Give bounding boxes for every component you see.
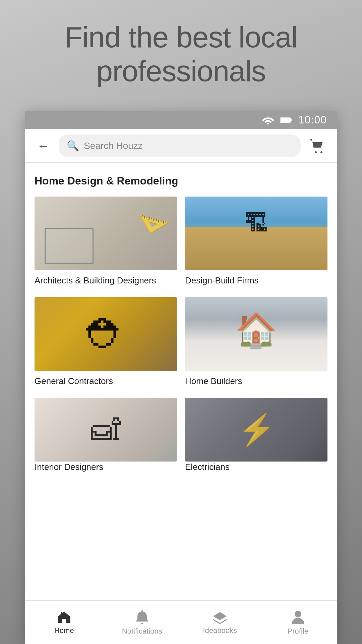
svg-point-5 (320, 151, 322, 153)
status-bar: 10:00 (25, 111, 337, 129)
category-label-builders: Home Builders (185, 376, 327, 387)
svg-rect-3 (291, 119, 292, 121)
category-item-builders[interactable]: Home Builders (185, 297, 327, 390)
category-label-design-build: Design-Build Firms (185, 275, 327, 286)
svg-rect-2 (281, 118, 290, 122)
hero-title: Find the best local professionals (27, 20, 335, 88)
nav-item-ideabooks[interactable]: Ideabooks (200, 610, 240, 635)
hero-title-line2: professionals (96, 54, 266, 88)
svg-point-7 (295, 611, 301, 618)
search-icon: 🔍 (67, 140, 79, 152)
category-image-architects (35, 197, 177, 270)
category-label-electric: Electricians (185, 462, 327, 473)
cart-icon (309, 138, 326, 154)
top-bar: ← 🔍 Search Houzz (25, 129, 337, 163)
svg-point-0 (267, 123, 269, 124)
category-label-interior: Interior Designers (35, 462, 177, 473)
notifications-icon (135, 609, 149, 625)
category-item-electric[interactable]: Electricians (185, 398, 327, 476)
back-button[interactable]: ← (35, 137, 52, 155)
nav-item-notifications[interactable]: Notifications (122, 609, 162, 636)
hero-title-line1: Find the best local (64, 20, 297, 54)
home-icon (56, 610, 72, 624)
app-container: 10:00 ← 🔍 Search Houzz Home Design & Rem… (25, 111, 337, 644)
category-item-interior[interactable]: Interior Designers (35, 398, 177, 476)
battery-icon (280, 117, 292, 123)
category-image-interior (35, 398, 177, 462)
nav-label-notifications: Notifications (122, 627, 162, 636)
category-image-design-build (185, 197, 327, 270)
wifi-icon (262, 116, 274, 124)
hero-section: Find the best local professionals (0, 20, 362, 88)
nav-label-profile: Profile (288, 627, 308, 636)
cart-button[interactable] (307, 136, 327, 156)
nav-label-ideabooks: Ideabooks (203, 626, 237, 635)
nav-label-home: Home (54, 626, 74, 635)
svg-point-4 (315, 151, 317, 153)
category-item-architects[interactable]: Architects & Building Designers (35, 197, 177, 289)
profile-icon (291, 609, 305, 625)
search-bar[interactable]: 🔍 Search Houzz (59, 135, 301, 157)
back-arrow-icon: ← (37, 140, 50, 152)
nav-item-home[interactable]: Home (44, 610, 84, 635)
ideabooks-icon (212, 610, 228, 624)
category-item-design-build[interactable]: Design-Build Firms (185, 197, 327, 289)
nav-item-profile[interactable]: Profile (278, 609, 318, 636)
bottom-nav: Home Notifications Ideabooks Profile (25, 600, 337, 644)
category-grid: Architects & Building Designers Design-B… (35, 197, 327, 475)
category-image-contractors (35, 297, 177, 371)
category-image-builders (185, 297, 327, 371)
category-item-contractors[interactable]: General Contractors (35, 297, 177, 390)
section-title: Home Design & Remodeling (35, 175, 327, 187)
status-time: 10:00 (298, 114, 327, 126)
category-label-contractors: General Contractors (35, 376, 177, 387)
search-placeholder: Search Houzz (84, 141, 143, 151)
category-label-architects: Architects & Building Designers (35, 275, 177, 286)
main-content: Home Design & Remodeling Architects & Bu… (25, 163, 337, 600)
category-image-electric (185, 398, 327, 462)
svg-rect-6 (61, 612, 62, 615)
